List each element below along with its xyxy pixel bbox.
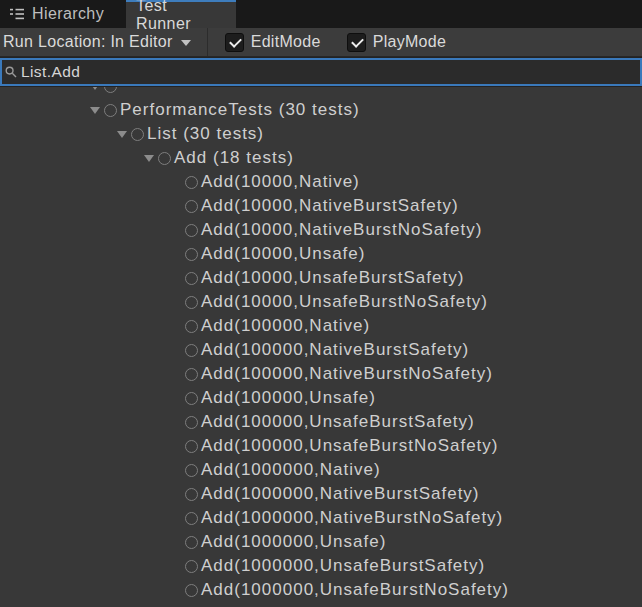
test-runner-toolbar: Run Location: In Editor EditMode PlayMod… <box>0 28 642 57</box>
test-status-notrun-icon <box>185 584 198 597</box>
run-location-label: Run Location: In Editor <box>3 33 173 51</box>
triangle-down-icon <box>90 87 100 90</box>
foldout-spacer <box>171 434 185 458</box>
playmode-label: PlayMode <box>373 33 447 51</box>
test-item[interactable]: Add(1000000,NativeBurstSafety) <box>0 482 642 506</box>
foldout-spacer <box>171 578 185 602</box>
tab-test-runner[interactable]: Test Runner <box>126 0 236 28</box>
test-status-notrun-icon <box>104 104 117 117</box>
check-icon <box>351 35 364 48</box>
test-status-notrun-icon <box>185 440 198 453</box>
test-group-row[interactable]: PerformanceTests (30 tests) <box>0 98 642 122</box>
test-item[interactable]: Add(10000,NativeBurstSafety) <box>0 194 642 218</box>
foldout-spacer <box>171 410 185 434</box>
test-item[interactable]: Add(100000,Native) <box>0 314 642 338</box>
chevron-down-icon <box>181 40 191 46</box>
test-label: Add(100000,UnsafeBurstSafety) <box>201 410 475 434</box>
test-label: Add(10000,Unsafe) <box>201 242 365 266</box>
test-status-notrun-icon <box>185 344 198 357</box>
hierarchy-icon <box>10 7 25 21</box>
test-group-row[interactable] <box>0 87 642 98</box>
search-row: List.Add <box>0 57 642 87</box>
playmode-toggle[interactable]: PlayMode <box>347 33 447 52</box>
test-status-notrun-icon <box>185 200 198 213</box>
test-item[interactable]: Add(1000000,NativeBurstNoSafety) <box>0 506 642 530</box>
test-item[interactable]: Add(100000,NativeBurstNoSafety) <box>0 362 642 386</box>
test-label: Add(10000,NativeBurstNoSafety) <box>201 218 482 242</box>
foldout-spacer <box>171 194 185 218</box>
test-item[interactable]: Add(10000,Native) <box>0 170 642 194</box>
tab-hierarchy[interactable]: Hierarchy <box>0 0 114 28</box>
test-item[interactable]: Add(10000,Unsafe) <box>0 242 642 266</box>
search-input[interactable]: List.Add <box>0 58 642 86</box>
test-item[interactable]: Add(1000000,Unsafe) <box>0 530 642 554</box>
test-status-notrun-icon <box>185 176 198 189</box>
test-label: PerformanceTests (30 tests) <box>120 98 360 122</box>
triangle-down-icon <box>144 155 154 162</box>
check-icon <box>229 35 242 48</box>
tab-bar: Hierarchy Test Runner <box>0 0 642 28</box>
triangle-down-icon <box>90 107 100 114</box>
editmode-toggle[interactable]: EditMode <box>225 33 321 52</box>
foldout-spacer <box>171 170 185 194</box>
foldout-spacer <box>171 386 185 410</box>
test-group-row[interactable]: List (30 tests) <box>0 122 642 146</box>
foldout-expanded-icon[interactable] <box>117 122 131 146</box>
foldout-expanded-icon[interactable] <box>144 146 158 170</box>
test-status-notrun-icon <box>185 320 198 333</box>
test-item[interactable]: Add(100000,UnsafeBurstSafety) <box>0 410 642 434</box>
test-item[interactable]: Add(1000000,Native) <box>0 458 642 482</box>
test-status-notrun-icon <box>185 392 198 405</box>
foldout-spacer <box>171 290 185 314</box>
test-label: Add(1000000,NativeBurstSafety) <box>201 482 480 506</box>
search-icon <box>5 66 17 78</box>
foldout-spacer <box>171 458 185 482</box>
test-item[interactable]: Add(1000000,UnsafeBurstNoSafety) <box>0 578 642 602</box>
test-item[interactable]: Add(100000,UnsafeBurstNoSafety) <box>0 434 642 458</box>
test-label: Add(100000,Unsafe) <box>201 386 376 410</box>
test-status-notrun-icon <box>185 536 198 549</box>
test-label: Add(10000,NativeBurstSafety) <box>201 194 459 218</box>
test-item[interactable]: Add(10000,NativeBurstNoSafety) <box>0 218 642 242</box>
foldout-spacer <box>171 554 185 578</box>
test-status-notrun-icon <box>185 560 198 573</box>
test-label: Add(10000,UnsafeBurstNoSafety) <box>201 290 488 314</box>
test-tree[interactable]: PerformanceTests (30 tests)List (30 test… <box>0 87 642 607</box>
tab-label: Test Runner <box>136 0 226 33</box>
test-item[interactable]: Add(10000,UnsafeBurstSafety) <box>0 266 642 290</box>
test-label: Add(1000000,NativeBurstNoSafety) <box>201 506 503 530</box>
test-status-notrun-icon <box>185 416 198 429</box>
test-status-notrun-icon <box>185 512 198 525</box>
test-status-notrun-icon <box>131 128 144 141</box>
test-label: Add(1000000,UnsafeBurstSafety) <box>201 554 485 578</box>
test-item[interactable]: Add(1000000,UnsafeBurstSafety) <box>0 554 642 578</box>
test-status-notrun-icon <box>185 488 198 501</box>
test-label: Add(100000,NativeBurstNoSafety) <box>201 362 493 386</box>
test-status-notrun-icon <box>185 272 198 285</box>
foldout-spacer <box>171 266 185 290</box>
playmode-checkbox[interactable] <box>347 33 366 52</box>
test-label: Add (18 tests) <box>174 146 294 170</box>
test-label: Add(10000,UnsafeBurstSafety) <box>201 266 464 290</box>
foldout-spacer <box>171 482 185 506</box>
test-status-notrun-icon <box>185 248 198 261</box>
search-value: List.Add <box>21 63 80 81</box>
test-group-row[interactable]: Add (18 tests) <box>0 146 642 170</box>
test-label: Add(1000000,Native) <box>201 458 381 482</box>
test-status-notrun-icon <box>185 464 198 477</box>
test-label: Add(100000,NativeBurstSafety) <box>201 338 469 362</box>
editmode-checkbox[interactable] <box>225 33 244 52</box>
test-label: Add(100000,UnsafeBurstNoSafety) <box>201 434 499 458</box>
test-item[interactable]: Add(100000,Unsafe) <box>0 386 642 410</box>
tab-label: Hierarchy <box>32 5 104 23</box>
test-item[interactable]: Add(10000,UnsafeBurstNoSafety) <box>0 290 642 314</box>
foldout-expanded-icon[interactable] <box>90 98 104 122</box>
foldout-expanded-icon[interactable] <box>90 87 104 98</box>
test-item[interactable]: Add(100000,NativeBurstSafety) <box>0 338 642 362</box>
test-label: Add(1000000,UnsafeBurstNoSafety) <box>201 578 509 602</box>
test-label: Add(1000000,Unsafe) <box>201 530 386 554</box>
test-label: List (30 tests) <box>147 122 264 146</box>
run-location-dropdown[interactable]: Run Location: In Editor <box>0 33 191 51</box>
test-label: Add(10000,Native) <box>201 170 360 194</box>
triangle-down-icon <box>117 131 127 138</box>
